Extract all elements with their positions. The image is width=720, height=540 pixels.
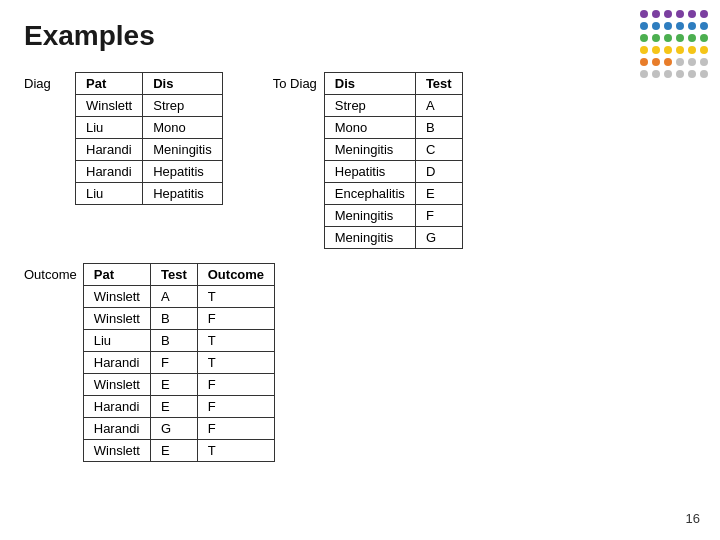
table-header: Dis — [324, 73, 415, 95]
table-cell: Mono — [324, 117, 415, 139]
table-cell: Liu — [76, 117, 143, 139]
table-cell: Winslett — [83, 286, 150, 308]
table-row: MeningitisG — [324, 227, 462, 249]
table-row: WinslettEF — [83, 374, 274, 396]
table-cell: Mono — [143, 117, 223, 139]
table-row: LiuBT — [83, 330, 274, 352]
table-cell: Hepatitis — [324, 161, 415, 183]
diag-label: Diag — [24, 72, 69, 91]
table-row: LiuHepatitis — [76, 183, 223, 205]
to-diag-label: To Diag — [273, 72, 318, 91]
dot — [652, 58, 660, 66]
diag-table: PatDisWinslettStrepLiuMonoHarandiMeningi… — [75, 72, 223, 205]
dot — [676, 34, 684, 42]
dot — [688, 10, 696, 18]
table-row: HarandiEF — [83, 396, 274, 418]
table-cell: T — [197, 330, 274, 352]
dot — [700, 34, 708, 42]
dot — [688, 58, 696, 66]
table-cell: Harandi — [83, 396, 150, 418]
table-cell: Harandi — [83, 418, 150, 440]
table-row: HarandiFT — [83, 352, 274, 374]
table-cell: C — [415, 139, 462, 161]
dot — [652, 70, 660, 78]
page: Examples Diag PatDisWinslettStrepLiuMono… — [0, 0, 720, 540]
table-row: LiuMono — [76, 117, 223, 139]
table-cell: Harandi — [83, 352, 150, 374]
table-cell: Meningitis — [324, 205, 415, 227]
table-cell: Hepatitis — [143, 161, 223, 183]
dot — [664, 34, 672, 42]
dot — [700, 58, 708, 66]
table-row: MonoB — [324, 117, 462, 139]
dot — [652, 34, 660, 42]
dot — [676, 10, 684, 18]
dot — [652, 46, 660, 54]
dot — [664, 70, 672, 78]
table-cell: E — [150, 440, 197, 462]
dot — [652, 22, 660, 30]
dot — [640, 22, 648, 30]
table-header: Outcome — [197, 264, 274, 286]
dot — [664, 58, 672, 66]
table-header: Dis — [143, 73, 223, 95]
table-row: HarandiMeningitis — [76, 139, 223, 161]
table-row: MeningitisC — [324, 139, 462, 161]
top-tables: Diag PatDisWinslettStrepLiuMonoHarandiMe… — [24, 72, 696, 249]
dot — [688, 46, 696, 54]
dot — [700, 46, 708, 54]
to-diag-table: DisTestStrepAMonoBMeningitisCHepatitisDE… — [324, 72, 463, 249]
dot — [640, 70, 648, 78]
table-cell: T — [197, 440, 274, 462]
table-cell: G — [150, 418, 197, 440]
dot — [640, 10, 648, 18]
table-cell: F — [415, 205, 462, 227]
table-header: Pat — [76, 73, 143, 95]
dot — [664, 10, 672, 18]
content-area: Diag PatDisWinslettStrepLiuMonoHarandiMe… — [24, 72, 696, 462]
table-cell: Harandi — [76, 161, 143, 183]
table-cell: Winslett — [83, 308, 150, 330]
table-cell: F — [197, 396, 274, 418]
table-cell: E — [415, 183, 462, 205]
table-row: WinslettStrep — [76, 95, 223, 117]
table-cell: F — [150, 352, 197, 374]
table-cell: Harandi — [76, 139, 143, 161]
table-cell: Encephalitis — [324, 183, 415, 205]
table-cell: F — [197, 418, 274, 440]
page-title: Examples — [24, 20, 696, 52]
table-cell: B — [415, 117, 462, 139]
dot — [700, 22, 708, 30]
table-cell: A — [150, 286, 197, 308]
outcome-section: Outcome PatTestOutcomeWinslettATWinslett… — [24, 263, 696, 462]
to-diag-section: To Diag DisTestStrepAMonoBMeningitisCHep… — [273, 72, 463, 249]
table-cell: Meningitis — [324, 139, 415, 161]
table-row: MeningitisF — [324, 205, 462, 227]
table-cell: T — [197, 352, 274, 374]
table-row: HarandiHepatitis — [76, 161, 223, 183]
decorative-dots — [640, 10, 710, 80]
dot — [664, 22, 672, 30]
table-cell: B — [150, 330, 197, 352]
table-cell: A — [415, 95, 462, 117]
table-row: WinslettAT — [83, 286, 274, 308]
table-header: Test — [415, 73, 462, 95]
table-cell: Hepatitis — [143, 183, 223, 205]
table-cell: B — [150, 308, 197, 330]
table-cell: D — [415, 161, 462, 183]
table-row: WinslettET — [83, 440, 274, 462]
outcome-label: Outcome — [24, 263, 77, 282]
table-cell: Winslett — [83, 440, 150, 462]
table-cell: Winslett — [76, 95, 143, 117]
table-cell: T — [197, 286, 274, 308]
table-cell: Liu — [83, 330, 150, 352]
dot — [652, 10, 660, 18]
dot — [700, 70, 708, 78]
page-number: 16 — [686, 511, 700, 526]
table-row: HepatitisD — [324, 161, 462, 183]
table-cell: G — [415, 227, 462, 249]
table-cell: Strep — [143, 95, 223, 117]
table-cell: Meningitis — [324, 227, 415, 249]
table-cell: F — [197, 374, 274, 396]
table-cell: E — [150, 396, 197, 418]
